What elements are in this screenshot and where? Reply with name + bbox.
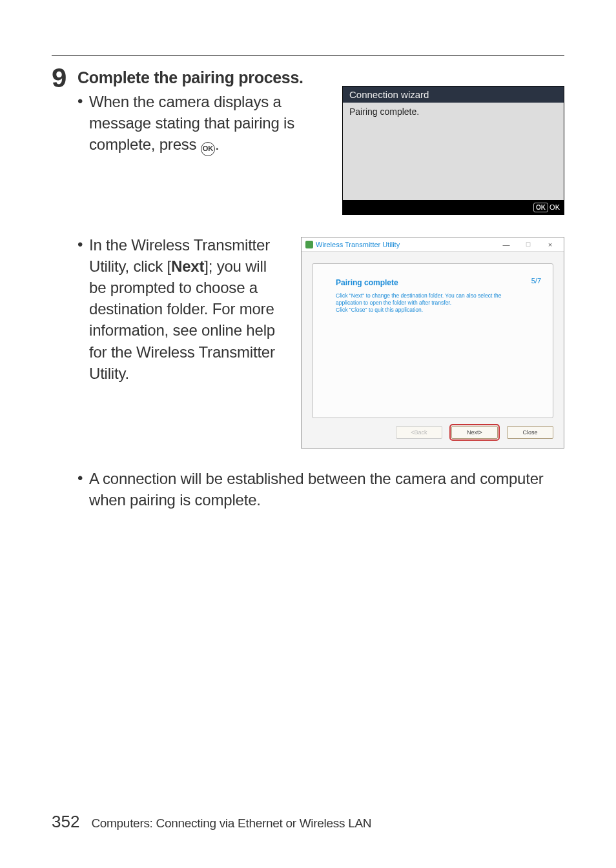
camera-body: Pairing complete. [343,103,564,200]
bullet3-row: • A connection will be established betwe… [77,468,564,510]
utility-buttons: <Back Next> Close [312,426,553,439]
bullet1-container: • When the camera displays a message sta… [77,91,333,156]
bullet2-container: • In the Wireless Transmitter Utility, c… [77,234,285,384]
utility-desc: Click "Next" to change the destination f… [336,292,540,314]
section-title: Computers: Connecting via Ethernet or Wi… [91,816,371,831]
bullet-dot: • [77,234,89,255]
utility-panel-heading: Pairing complete [336,278,540,287]
bullet1-post: . [215,136,219,153]
next-button[interactable]: Next> [451,426,498,439]
top-rule [52,55,564,56]
utility-panel: 5/7 Pairing complete Click "Next" to cha… [312,263,553,418]
camera-ok-box: OK [533,203,548,212]
bullet2-row: • In the Wireless Transmitter Utility, c… [77,234,285,384]
bullet2-post: ]; you will be prompted to choose a dest… [89,257,275,382]
third-bullet-block: • A connection will be established betwe… [77,468,564,510]
maximize-icon[interactable]: ☐ [518,241,538,248]
bullet2-bold: Next [171,257,204,275]
bullet3-text: A connection will be established between… [89,468,564,510]
step-row: 9 Complete the pairing process. • When t… [52,65,564,449]
first-bullet-block: • When the camera displays a message sta… [77,91,564,215]
utility-desc-line1: Click "Next" to change the destination f… [336,292,540,299]
bullet1-row: • When the camera displays a message sta… [77,91,333,156]
bullet2-text: In the Wireless Transmitter Utility, cli… [89,234,285,384]
second-bullet-block: • In the Wireless Transmitter Utility, c… [77,234,564,449]
utility-body: 5/7 Pairing complete Click "Next" to cha… [302,252,564,448]
close-button[interactable]: Close [507,426,553,439]
bullet-dot: • [77,468,89,489]
utility-app-icon [305,241,313,248]
utility-window: Wireless Transmitter Utility — ☐ × 5/7 P… [301,237,564,449]
step-content: Complete the pairing process. • When the… [77,65,564,449]
ok-button-icon: OK [201,142,215,156]
back-button[interactable]: <Back [396,426,442,439]
camera-footer: OK OK [343,200,564,214]
step-number: 9 [52,65,77,449]
step-heading: Complete the pairing process. [77,68,564,87]
bullet1-text: When the camera displays a message stati… [89,91,333,156]
camera-screenshot: Connection wizard Pairing complete. OK O… [342,86,564,215]
page-number: 352 [52,812,79,832]
utility-desc-line3: Click "Close" to quit this application. [336,307,540,314]
utility-desc-line2: application to open the folder with afte… [336,299,540,307]
camera-ok-label: OK [549,203,560,211]
page-footer: 352 Computers: Connecting via Ethernet o… [52,812,371,832]
utility-step-count: 5/7 [531,277,541,285]
minimize-icon[interactable]: — [497,241,516,248]
camera-titlebar: Connection wizard [343,86,564,103]
close-icon[interactable]: × [540,241,560,248]
utility-titlebar: Wireless Transmitter Utility — ☐ × [302,237,564,252]
bullet1-pre: When the camera displays a message stati… [89,93,294,153]
bullet-dot: • [77,91,89,112]
utility-title: Wireless Transmitter Utility [316,241,494,248]
